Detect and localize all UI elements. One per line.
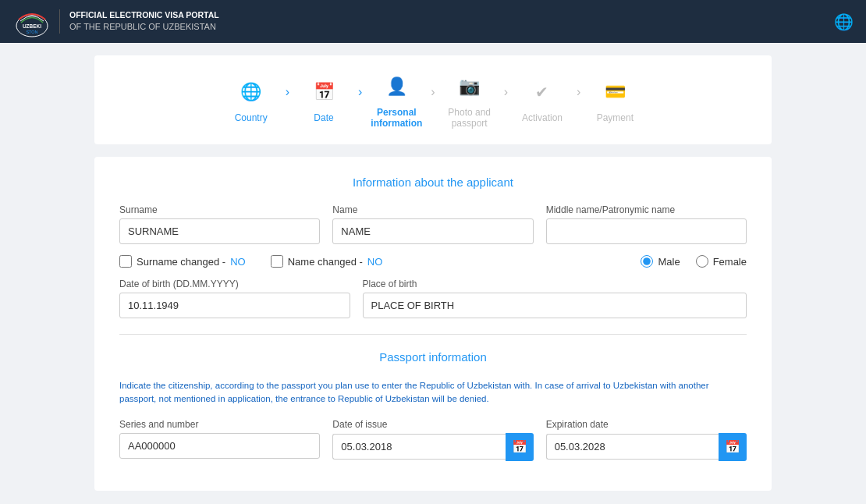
expiry-date-input[interactable] — [546, 434, 719, 460]
passport-fields-row: Series and number Date of issue 📅 Expira… — [119, 419, 747, 461]
payment-step-label: Payment — [597, 112, 634, 123]
surname-input[interactable] — [119, 218, 320, 244]
gender-radio-group: Male Female — [641, 255, 747, 268]
female-radio[interactable] — [696, 255, 708, 268]
step-activation[interactable]: ✔ Activation — [511, 76, 573, 123]
header-right: 🌐 — [834, 12, 854, 31]
issue-date-wrapper: 📅 — [332, 433, 533, 461]
male-radio[interactable] — [641, 255, 653, 268]
surname-changed-item: Surname changed - NO — [119, 255, 246, 268]
surname-label: Surname — [119, 204, 320, 215]
dob-input[interactable] — [119, 293, 350, 318]
checkbox-radio-row: Surname changed - NO Name changed - NO M… — [119, 255, 747, 268]
arrow-5: › — [577, 85, 580, 115]
form-panel: Information about the applicant Surname … — [94, 157, 772, 491]
expiry-calendar-icon: 📅 — [725, 439, 740, 454]
step-date[interactable]: 📅 Date — [293, 76, 355, 123]
expiry-label: Expiration date — [546, 419, 747, 430]
middle-name-input[interactable] — [546, 218, 747, 244]
svg-text:STON: STON — [26, 30, 37, 34]
personal-step-label: Personal information — [365, 107, 428, 129]
date-step-label: Date — [314, 112, 333, 123]
surname-group: Surname — [119, 204, 320, 244]
payment-step-icon: 💳 — [599, 76, 630, 108]
surname-changed-checkbox[interactable] — [119, 255, 132, 268]
dob-label: Date of birth (DD.MM.YYYY) — [119, 279, 350, 289]
name-changed-link[interactable]: NO — [367, 256, 383, 268]
series-group: Series and number — [119, 419, 320, 461]
name-row: Surname Name Middle name/Patronymic name — [119, 204, 747, 244]
pob-group: Place of birth — [363, 279, 747, 318]
issue-date-input[interactable] — [332, 434, 505, 460]
pob-label: Place of birth — [363, 279, 747, 289]
photo-step-label: Photo and passport — [438, 107, 501, 129]
name-changed-label: Name changed - — [288, 256, 363, 268]
passport-info-text: Indicate the citizenship, according to t… — [119, 379, 747, 406]
steps-panel: 🌐 Country › 📅 Date › 👤 Personal informat… — [94, 55, 772, 144]
language-icon[interactable]: 🌐 — [834, 13, 854, 30]
male-label: Male — [658, 256, 680, 268]
issue-group: Date of issue 📅 — [332, 419, 533, 461]
date-step-icon: 📅 — [308, 76, 339, 108]
main-content: 🌐 Country › 📅 Date › 👤 Personal informat… — [82, 43, 784, 503]
header-title: OFFICIAL ELECTRONIC VISA PORTAL OF THE R… — [59, 9, 219, 33]
expiry-group: Expiration date 📅 — [546, 419, 747, 461]
section-divider — [119, 334, 747, 335]
series-input[interactable] — [119, 433, 320, 459]
svg-text:UZBEKI: UZBEKI — [23, 23, 41, 29]
issue-label: Date of issue — [332, 419, 533, 430]
country-step-icon: 🌐 — [236, 76, 267, 108]
name-changed-item: Name changed - NO — [271, 255, 383, 268]
name-label: Name — [332, 204, 533, 215]
middle-name-group: Middle name/Patronymic name — [546, 204, 747, 244]
name-changed-checkbox[interactable] — [271, 255, 283, 268]
activation-step-icon: ✔ — [527, 76, 558, 108]
issue-calendar-icon: 📅 — [512, 439, 527, 454]
activation-step-label: Activation — [522, 112, 563, 123]
logo-icon: UZBEKI STON — [12, 2, 51, 41]
surname-changed-link[interactable]: NO — [230, 256, 246, 268]
country-step-label: Country — [235, 112, 268, 123]
female-radio-item: Female — [696, 255, 747, 268]
app-header: UZBEKI STON OFFICIAL ELECTRONIC VISA POR… — [0, 0, 866, 43]
middle-name-label: Middle name/Patronymic name — [546, 204, 747, 215]
arrow-2: › — [358, 85, 362, 115]
issue-calendar-button[interactable]: 📅 — [506, 433, 534, 461]
name-group: Name — [332, 204, 533, 244]
photo-step-icon: 📷 — [454, 71, 485, 102]
name-input[interactable] — [332, 218, 533, 244]
pob-input[interactable] — [363, 293, 747, 318]
dob-pob-row: Date of birth (DD.MM.YYYY) Place of birt… — [119, 279, 747, 318]
logo-area: UZBEKI STON OFFICIAL ELECTRONIC VISA POR… — [12, 2, 219, 41]
applicant-section-title: Information about the applicant — [119, 176, 747, 189]
arrow-4: › — [504, 85, 508, 115]
step-personal[interactable]: 👤 Personal information — [365, 71, 428, 129]
passport-section-title: Passport information — [119, 350, 747, 364]
expiry-calendar-button[interactable]: 📅 — [719, 433, 747, 461]
male-radio-item: Male — [641, 255, 680, 268]
step-payment[interactable]: 💳 Payment — [584, 76, 646, 123]
step-country[interactable]: 🌐 Country — [220, 76, 282, 123]
expiry-date-wrapper: 📅 — [546, 433, 747, 461]
dob-group: Date of birth (DD.MM.YYYY) — [119, 279, 350, 318]
step-photo[interactable]: 📷 Photo and passport — [438, 71, 501, 129]
series-label: Series and number — [119, 419, 320, 430]
female-label: Female — [713, 256, 747, 268]
personal-step-icon: 👤 — [381, 71, 412, 102]
surname-changed-label: Surname changed - — [137, 256, 225, 268]
arrow-1: › — [286, 85, 289, 115]
arrow-3: › — [431, 85, 435, 115]
